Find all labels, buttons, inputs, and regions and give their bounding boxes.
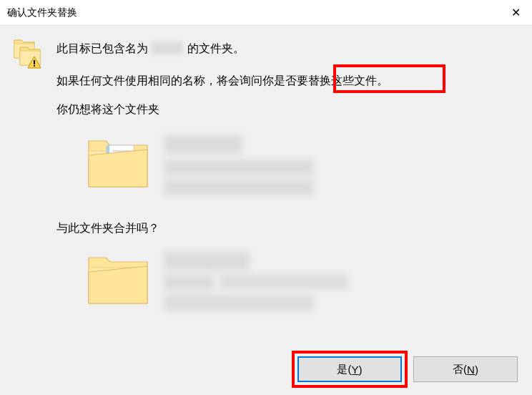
- redacted-folder-name: [152, 42, 183, 54]
- redacted-source-meta-1: [164, 160, 314, 175]
- yes-button-wrap: 是(Y): [297, 356, 402, 382]
- yes-button[interactable]: 是(Y): [297, 356, 402, 382]
- source-folder-section: [85, 131, 515, 199]
- redacted-dest-meta-2: [164, 295, 314, 311]
- message-line-3: 你仍想将这个文件夹: [56, 103, 515, 117]
- message-line-2: 如果任何文件使用相同的名称，将会询问你是否要替换这些文件。: [56, 74, 515, 88]
- redacted-source-meta-2: [164, 180, 314, 195]
- msg-line1-part-b: 的文件夹。: [187, 42, 245, 54]
- dialog-button-row: 是(Y) 否(N): [297, 356, 518, 382]
- no-button-wrap: 否(N): [413, 356, 518, 382]
- msg-line1-part-a: 此目标已包含名为: [56, 42, 148, 54]
- yes-button-label-a: 是(: [337, 363, 351, 376]
- dest-folder-icon: [85, 248, 153, 312]
- overlapping-folders-warning-icon: [10, 36, 44, 70]
- dest-folder-section: [85, 248, 515, 316]
- dest-folder-details: [164, 252, 348, 311]
- message-block: 此目标已包含名为 的文件夹。 如果任何文件使用相同的名称，将会询问你是否要替换这…: [56, 42, 515, 316]
- no-button-key: N: [467, 364, 475, 376]
- close-icon[interactable]: ✕: [499, 0, 532, 26]
- no-button-label-a: 否(: [453, 363, 467, 376]
- message-line-1: 此目标已包含名为 的文件夹。: [56, 42, 515, 56]
- source-folder-icon: [85, 131, 153, 195]
- dialog-content: 此目标已包含名为 的文件夹。 如果任何文件使用相同的名称，将会询问你是否要替换这…: [10, 36, 522, 395]
- no-button-label-b: ): [475, 364, 478, 376]
- merge-question: 与此文件夹合并吗？: [56, 222, 515, 235]
- redacted-dest-name: [164, 252, 250, 270]
- yes-button-key: Y: [351, 364, 358, 376]
- svg-rect-1: [34, 65, 35, 67]
- source-folder-details: [164, 135, 314, 195]
- confirm-folder-replace-dialog: 确认文件夹替换 ✕: [0, 0, 532, 395]
- no-button[interactable]: 否(N): [413, 356, 518, 382]
- dialog-title: 确认文件夹替换: [7, 6, 77, 19]
- redacted-dest-meta-1b: [220, 275, 348, 289]
- svg-rect-0: [34, 60, 35, 64]
- redacted-dest-meta-1a: [164, 275, 214, 291]
- redacted-source-name: [164, 135, 242, 154]
- yes-button-label-b: ): [359, 364, 363, 376]
- titlebar: 确认文件夹替换 ✕: [0, 0, 532, 26]
